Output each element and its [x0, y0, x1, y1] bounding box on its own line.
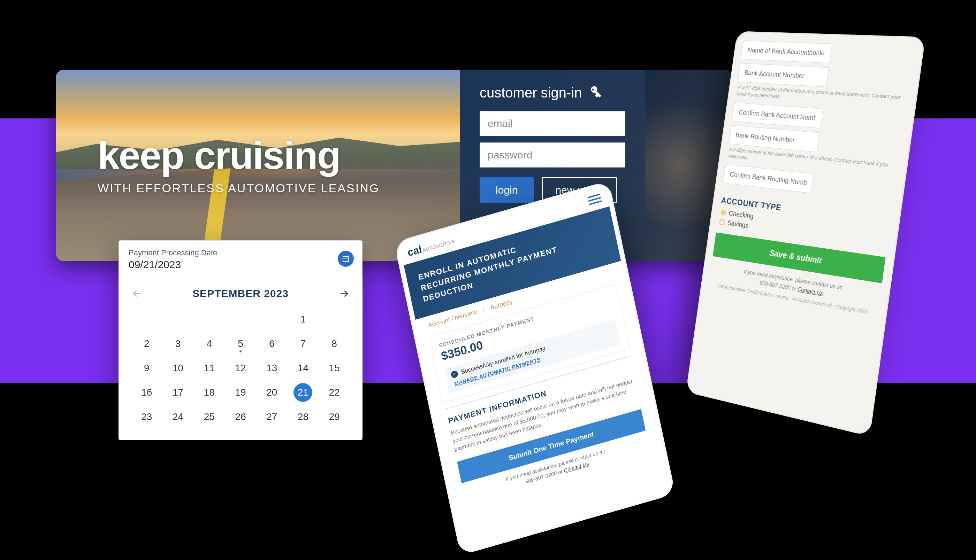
calendar-day[interactable]: 25 [194, 406, 225, 428]
calendar-day[interactable]: 10 [162, 357, 194, 379]
radio-checking-label: Checking [728, 209, 754, 220]
logo-cal: cal [406, 243, 423, 259]
bank-name-input[interactable] [741, 40, 832, 63]
calendar-day[interactable]: 23 [131, 406, 162, 428]
password-input[interactable] [480, 142, 625, 168]
calendar-grid: 1234567891011121314151617181920212223242… [131, 308, 350, 428]
calendar-day[interactable]: 11 [194, 357, 225, 379]
radio-icon [719, 219, 725, 225]
calendar-day [225, 308, 256, 330]
email-input[interactable] [480, 111, 625, 136]
date-picker-label: Payment Processing Date [129, 248, 353, 257]
date-picker: Payment Processing Date 09/21/2023 SEPTE… [119, 240, 363, 440]
calendar-day[interactable]: 21 [294, 383, 313, 402]
date-picker-input[interactable]: Payment Processing Date 09/21/2023 [119, 240, 363, 277]
calendar-icon[interactable] [338, 251, 354, 267]
calendar-day[interactable]: 22 [319, 382, 350, 403]
confirm-bank-account-input[interactable] [732, 102, 823, 128]
calendar-day[interactable]: 20 [256, 382, 287, 403]
phone2-assist-or: or [790, 285, 798, 292]
calendar-day[interactable]: 6 [256, 333, 287, 355]
calendar-day[interactable]: 5 [225, 333, 256, 355]
calendar-day[interactable]: 12 [225, 357, 256, 379]
breadcrumb-sep: | [482, 306, 485, 313]
calendar-day [319, 308, 350, 330]
hero-banner: keep cruising WITH EFFORTLESS AUTOMOTIVE… [56, 70, 732, 261]
calendar-day[interactable]: 28 [287, 406, 319, 428]
calendar-day[interactable]: 13 [256, 357, 287, 379]
calendar-day[interactable]: 8 [319, 333, 350, 355]
hero-title: keep cruising [98, 136, 460, 175]
calendar-day[interactable]: 14 [287, 357, 319, 379]
calendar-day[interactable]: 3 [162, 333, 194, 355]
login-button[interactable]: login [480, 177, 534, 203]
logo-automotive: AUTOMOTIVE [422, 238, 456, 253]
next-month-icon[interactable] [338, 288, 350, 300]
calendar-day [194, 308, 225, 330]
hero-subtitle: WITH EFFORTLESS AUTOMOTIVE LEASING [98, 182, 460, 195]
month-label: SEPTEMBER 2023 [192, 288, 289, 300]
bank-account-input[interactable] [737, 63, 829, 87]
signin-title: customer sign-in [480, 85, 582, 101]
svg-rect-0 [343, 257, 349, 262]
calendar-day[interactable]: 15 [319, 357, 350, 379]
prev-month-icon[interactable] [131, 288, 143, 300]
hamburger-menu-icon[interactable] [587, 193, 602, 205]
date-picker-value: 09/21/2023 [129, 259, 353, 271]
calendar-day [256, 308, 287, 330]
key-icon [587, 85, 603, 101]
calendar-day[interactable]: 27 [256, 406, 287, 428]
breadcrumb-autopay[interactable]: Autopay [490, 298, 513, 311]
calendar-day[interactable]: 4 [194, 333, 225, 355]
calendar-day[interactable]: 26 [225, 406, 256, 428]
confirm-routing-number-input[interactable] [723, 164, 814, 193]
hero-image-area: keep cruising WITH EFFORTLESS AUTOMOTIVE… [56, 70, 460, 261]
calendar-day[interactable]: 16 [131, 382, 162, 403]
calendar-day [131, 308, 162, 330]
radio-savings-label: Savings [727, 219, 749, 230]
calendar-day [162, 308, 194, 330]
calendar-day[interactable]: 18 [194, 382, 225, 403]
calendar-day[interactable]: 1 [287, 308, 319, 330]
calendar-day[interactable]: 29 [319, 406, 350, 428]
check-icon: ✓ [450, 370, 458, 378]
radio-icon [720, 209, 727, 215]
calendar-day[interactable]: 19 [225, 382, 256, 403]
calendar-day[interactable]: 2 [131, 333, 162, 355]
calendar-day[interactable]: 17 [162, 382, 194, 403]
calendar-day[interactable]: 9 [131, 357, 162, 379]
phone2-contact-link[interactable]: Contact Us [797, 286, 823, 297]
calendar-day[interactable]: 24 [162, 406, 194, 428]
calendar-day[interactable]: 7 [287, 333, 319, 355]
